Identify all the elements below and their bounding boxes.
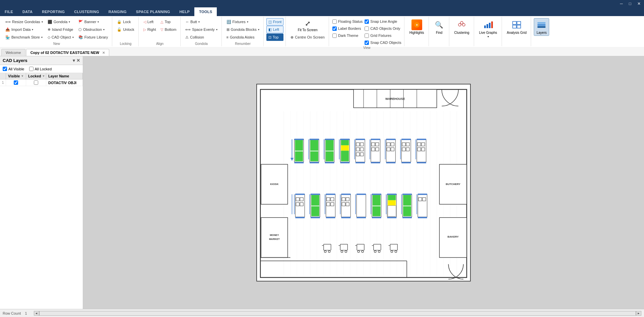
dark-theme-check[interactable]: Dark Theme: [332, 32, 363, 39]
analysis-grid-btn[interactable]: Analysis Grid: [505, 18, 529, 36]
panel-close-icon[interactable]: ✕: [76, 58, 80, 63]
lock-btn[interactable]: 🔒 Lock: [115, 18, 136, 25]
gondola-btn[interactable]: ⬛ Gondola ▾: [46, 18, 76, 25]
svg-rect-102: [371, 139, 380, 140]
ribbon-group-locking: 🔒 Lock 🔓 Unlock Locking: [113, 17, 139, 46]
cad-object-btn[interactable]: ◇ CAD Object ▾: [46, 34, 76, 41]
fixture-library-btn[interactable]: 📚 Fixture Library: [76, 34, 110, 41]
ribbon-group-view-btns: ◫ Front ◧ Left ⊡ Top: [264, 17, 286, 46]
svg-rect-126: [417, 139, 426, 140]
tab-ranging[interactable]: RANGING: [104, 7, 131, 16]
gondola-icon: ⬛: [48, 20, 52, 24]
snap-line-angle-check[interactable]: Snap Line Angle: [364, 18, 402, 25]
maximize-btn[interactable]: □: [627, 1, 633, 7]
tab-clustering[interactable]: CLUSTERING: [69, 7, 104, 16]
tab-data[interactable]: DATA: [18, 7, 37, 16]
locked-col-header[interactable]: Locked ▼: [26, 73, 46, 79]
align-bottom-btn[interactable]: ▽ Bottom: [158, 26, 178, 33]
left-btn[interactable]: ◧ Left: [266, 26, 284, 33]
tab-help[interactable]: HELP: [175, 7, 195, 16]
scroll-left-btn[interactable]: ◄: [34, 311, 39, 316]
live-graphs-btn[interactable]: Live Graphs ▾: [477, 18, 500, 40]
benchmark-arrow[interactable]: ▾: [41, 36, 43, 39]
import-data-btn[interactable]: 📥 Import Data ▾: [3, 26, 45, 33]
ribbon-group-analysis: Analysis Grid: [503, 17, 531, 46]
all-locked-check[interactable]: All Locked: [29, 67, 52, 71]
import-data-arrow[interactable]: ▾: [32, 28, 33, 31]
svg-rect-77: [325, 139, 334, 140]
cad-objects-only-check[interactable]: CAD Objects Only: [364, 25, 402, 32]
grid-fixtures-check[interactable]: Grid Fixtures: [364, 32, 402, 39]
clustering-btn[interactable]: Clustering: [452, 18, 472, 36]
tab-active-doc[interactable]: Copy of 02 DOTACTIV EASTGATE NEW ✕: [26, 49, 110, 56]
gondola-arrow[interactable]: ▾: [69, 20, 70, 23]
view-btns-label: [266, 46, 284, 46]
tab-reporting[interactable]: REPORTING: [37, 7, 69, 16]
tab-welcome[interactable]: Welcome: [1, 49, 25, 56]
island-fridge-btn[interactable]: ❄ Island Fridge: [46, 26, 76, 33]
front-btn[interactable]: ◫ Front: [266, 18, 284, 25]
align-left-btn[interactable]: ◁ Left: [141, 18, 158, 25]
close-btn[interactable]: ✕: [635, 1, 643, 7]
fixtures-btn[interactable]: 🔢 Fixtures ▾: [224, 18, 261, 25]
svg-text:WAREHOUSE: WAREHOUSE: [385, 97, 405, 101]
unlock-btn[interactable]: 🔓 Unlock: [115, 26, 136, 33]
obstruction-btn[interactable]: ⬡ Obstruction ▾: [76, 26, 110, 33]
butt-btn[interactable]: ↔ Butt ▾: [183, 18, 219, 25]
gondola-col: ↔ Butt ▾ ⟺ Space Evenly ▾ ⚠ Collision: [183, 18, 219, 41]
svg-rect-70: [310, 151, 318, 162]
locking-group-label: Locking: [115, 42, 136, 46]
canvas-area[interactable]: WAREHOUSE: [83, 56, 644, 309]
align-top-btn[interactable]: △ Top: [158, 18, 178, 25]
tab-space-planning[interactable]: SPACE PLANNING: [131, 7, 175, 16]
banner-arrow[interactable]: ▾: [98, 20, 99, 23]
highlights-btn[interactable]: ✦ Highlights: [407, 18, 427, 36]
scroll-area: ◄ ►: [34, 311, 641, 316]
svg-rect-127: [417, 162, 426, 163]
minimize-btn[interactable]: ─: [618, 1, 625, 7]
align-right-btn[interactable]: ▷ Right: [141, 26, 158, 33]
analysis-icon: [511, 19, 522, 30]
table-row: 1 DOTACTIV OBJI: [0, 79, 83, 86]
svg-rect-5: [484, 25, 486, 28]
fit-to-screen-btn[interactable]: ⤢ Fit To Screen: [288, 18, 327, 33]
svg-rect-76: [326, 151, 334, 162]
benchmark-store-btn[interactable]: 🏪 Benchmark Store ▾: [3, 34, 45, 41]
island-fridge-icon: ❄: [48, 27, 51, 32]
new-col1: ⟺ Resize Gondolas ▾ 📥 Import Data ▾ 🏪 Be…: [3, 18, 45, 41]
gondola-aisles-btn[interactable]: ≡ Gondola Aisles: [224, 34, 261, 41]
resize-gondolas-btn[interactable]: ⟺ Resize Gondolas ▾: [3, 18, 45, 25]
space-evenly-btn[interactable]: ⟺ Space Evenly ▾: [183, 26, 219, 33]
collision-icon: ⚠: [185, 35, 189, 40]
banner-btn[interactable]: 🚩 Banner ▾: [76, 18, 110, 25]
cad-object-arrow[interactable]: ▾: [72, 36, 74, 39]
all-visible-check[interactable]: All Visible: [3, 67, 24, 71]
tab-tools[interactable]: TOOLS: [194, 7, 217, 16]
locked-cell[interactable]: [26, 79, 46, 86]
floating-status-check[interactable]: Floating Status: [332, 18, 363, 25]
collision-btn[interactable]: ⚠ Collision: [183, 34, 219, 41]
tab-close-btn[interactable]: ✕: [102, 51, 105, 55]
visible-sort-icon: ▼: [21, 74, 24, 78]
visible-col-header[interactable]: Visible ▼: [6, 73, 26, 79]
find-btn[interactable]: 🔍 Find: [432, 18, 447, 36]
layer-name-col-header[interactable]: Layer Name: [46, 73, 83, 79]
scroll-right-btn[interactable]: ►: [636, 311, 641, 316]
svg-rect-139: [311, 195, 319, 206]
scroll-track[interactable]: [39, 311, 636, 316]
snap-cad-objects-check[interactable]: Snap CAD Objects: [364, 39, 402, 46]
gondola-blocks-btn[interactable]: ⊞ Gondola Blocks ▾: [224, 26, 261, 33]
visible-cell[interactable]: [6, 79, 26, 86]
svg-rect-150: [326, 217, 335, 218]
panel-pin-icon[interactable]: ▾: [73, 58, 75, 63]
centre-on-screen-btn[interactable]: ⊕ Centre On Screen: [288, 34, 327, 41]
new-group-label: New: [3, 42, 110, 46]
svg-rect-10: [517, 21, 521, 24]
top-btn[interactable]: ⊡ Top: [266, 34, 284, 41]
obstruction-arrow[interactable]: ▾: [103, 28, 105, 31]
align-left-icon: ◁: [143, 20, 146, 24]
layers-btn[interactable]: Layers: [534, 18, 549, 36]
tab-file[interactable]: FILE: [0, 7, 18, 16]
label-borders-check[interactable]: Label Borders: [332, 25, 363, 32]
resize-gondolas-arrow[interactable]: ▾: [42, 20, 43, 23]
